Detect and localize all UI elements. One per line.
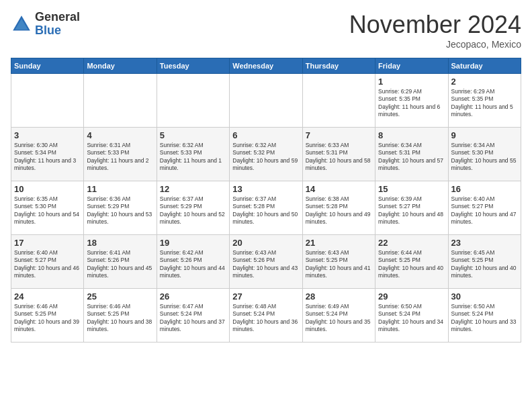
calendar-week-4: 17Sunrise: 6:40 AM Sunset: 5:27 PM Dayli… bbox=[11, 235, 521, 289]
calendar-cell: 7Sunrise: 6:33 AM Sunset: 5:31 PM Daylig… bbox=[302, 128, 375, 181]
day-info: Sunrise: 6:45 AM Sunset: 5:25 PM Dayligh… bbox=[451, 249, 518, 280]
location: Jecopaco, Mexico bbox=[349, 39, 521, 50]
day-info: Sunrise: 6:36 AM Sunset: 5:29 PM Dayligh… bbox=[87, 195, 153, 226]
day-number: 21 bbox=[306, 238, 372, 248]
calendar-cell: 9Sunrise: 6:34 AM Sunset: 5:30 PM Daylig… bbox=[448, 128, 521, 181]
day-info: Sunrise: 6:29 AM Sunset: 5:35 PM Dayligh… bbox=[378, 88, 445, 119]
day-info: Sunrise: 6:40 AM Sunset: 5:27 PM Dayligh… bbox=[14, 249, 81, 280]
day-number: 29 bbox=[378, 291, 445, 302]
calendar-cell: 19Sunrise: 6:42 AM Sunset: 5:26 PM Dayli… bbox=[157, 235, 229, 289]
day-number: 7 bbox=[306, 130, 372, 140]
calendar-cell bbox=[302, 74, 375, 128]
calendar-header-row: SundayMondayTuesdayWednesdayThursdayFrid… bbox=[11, 58, 521, 74]
day-number: 11 bbox=[87, 184, 153, 194]
day-number: 5 bbox=[160, 130, 226, 140]
day-info: Sunrise: 6:50 AM Sunset: 5:24 PM Dayligh… bbox=[451, 303, 518, 334]
day-number: 2 bbox=[451, 77, 518, 87]
calendar-cell: 21Sunrise: 6:43 AM Sunset: 5:25 PM Dayli… bbox=[302, 235, 375, 289]
calendar-cell: 6Sunrise: 6:32 AM Sunset: 5:32 PM Daylig… bbox=[230, 128, 302, 181]
day-info: Sunrise: 6:48 AM Sunset: 5:24 PM Dayligh… bbox=[232, 303, 299, 334]
day-info: Sunrise: 6:46 AM Sunset: 5:25 PM Dayligh… bbox=[87, 303, 153, 334]
header-friday: Friday bbox=[375, 58, 448, 74]
page-header: General Blue November 2024 Jecopaco, Mex… bbox=[11, 11, 521, 50]
day-number: 27 bbox=[232, 291, 299, 302]
header-sunday: Sunday bbox=[11, 58, 84, 74]
day-info: Sunrise: 6:42 AM Sunset: 5:26 PM Dayligh… bbox=[160, 249, 226, 280]
day-info: Sunrise: 6:35 AM Sunset: 5:30 PM Dayligh… bbox=[14, 195, 81, 226]
day-number: 14 bbox=[306, 184, 372, 194]
day-info: Sunrise: 6:44 AM Sunset: 5:25 PM Dayligh… bbox=[378, 249, 445, 280]
calendar-cell bbox=[11, 74, 84, 128]
calendar-cell: 13Sunrise: 6:37 AM Sunset: 5:28 PM Dayli… bbox=[230, 181, 302, 235]
calendar-cell: 18Sunrise: 6:41 AM Sunset: 5:26 PM Dayli… bbox=[84, 235, 157, 289]
calendar-cell: 26Sunrise: 6:47 AM Sunset: 5:24 PM Dayli… bbox=[157, 289, 229, 342]
day-number: 1 bbox=[378, 77, 445, 87]
calendar-cell bbox=[84, 74, 157, 128]
header-wednesday: Wednesday bbox=[230, 58, 302, 74]
calendar-cell: 2Sunrise: 6:29 AM Sunset: 5:35 PM Daylig… bbox=[448, 74, 521, 128]
day-number: 16 bbox=[451, 184, 518, 194]
calendar-cell: 11Sunrise: 6:36 AM Sunset: 5:29 PM Dayli… bbox=[84, 181, 157, 235]
logo-text: General Blue bbox=[35, 11, 80, 38]
day-info: Sunrise: 6:41 AM Sunset: 5:26 PM Dayligh… bbox=[87, 249, 153, 280]
day-info: Sunrise: 6:47 AM Sunset: 5:24 PM Dayligh… bbox=[160, 303, 226, 334]
title-block: November 2024 Jecopaco, Mexico bbox=[349, 11, 521, 50]
day-number: 15 bbox=[378, 184, 445, 194]
day-info: Sunrise: 6:49 AM Sunset: 5:24 PM Dayligh… bbox=[306, 303, 372, 334]
day-number: 23 bbox=[451, 238, 518, 248]
day-number: 30 bbox=[451, 291, 518, 302]
calendar-cell: 10Sunrise: 6:35 AM Sunset: 5:30 PM Dayli… bbox=[11, 181, 84, 235]
day-number: 25 bbox=[87, 291, 153, 302]
day-info: Sunrise: 6:30 AM Sunset: 5:34 PM Dayligh… bbox=[14, 142, 81, 173]
calendar-cell: 1Sunrise: 6:29 AM Sunset: 5:35 PM Daylig… bbox=[375, 74, 448, 128]
logo-general: General bbox=[35, 11, 80, 24]
day-info: Sunrise: 6:37 AM Sunset: 5:28 PM Dayligh… bbox=[232, 195, 299, 226]
calendar-cell bbox=[230, 74, 302, 128]
day-info: Sunrise: 6:34 AM Sunset: 5:31 PM Dayligh… bbox=[378, 142, 445, 173]
day-number: 12 bbox=[160, 184, 226, 194]
day-info: Sunrise: 6:34 AM Sunset: 5:30 PM Dayligh… bbox=[451, 142, 518, 173]
calendar-week-2: 3Sunrise: 6:30 AM Sunset: 5:34 PM Daylig… bbox=[11, 128, 521, 181]
calendar-cell: 17Sunrise: 6:40 AM Sunset: 5:27 PM Dayli… bbox=[11, 235, 84, 289]
calendar-cell: 3Sunrise: 6:30 AM Sunset: 5:34 PM Daylig… bbox=[11, 128, 84, 181]
calendar-cell: 16Sunrise: 6:40 AM Sunset: 5:27 PM Dayli… bbox=[448, 181, 521, 235]
calendar-cell: 25Sunrise: 6:46 AM Sunset: 5:25 PM Dayli… bbox=[84, 289, 157, 342]
calendar-table: SundayMondayTuesdayWednesdayThursdayFrid… bbox=[11, 58, 521, 342]
day-info: Sunrise: 6:43 AM Sunset: 5:25 PM Dayligh… bbox=[306, 249, 372, 280]
day-info: Sunrise: 6:43 AM Sunset: 5:26 PM Dayligh… bbox=[232, 249, 299, 280]
calendar-cell: 8Sunrise: 6:34 AM Sunset: 5:31 PM Daylig… bbox=[375, 128, 448, 181]
day-number: 10 bbox=[14, 184, 81, 194]
day-info: Sunrise: 6:39 AM Sunset: 5:27 PM Dayligh… bbox=[378, 195, 445, 226]
calendar-cell: 4Sunrise: 6:31 AM Sunset: 5:33 PM Daylig… bbox=[84, 128, 157, 181]
day-number: 6 bbox=[232, 130, 299, 140]
calendar-cell: 23Sunrise: 6:45 AM Sunset: 5:25 PM Dayli… bbox=[448, 235, 521, 289]
day-info: Sunrise: 6:32 AM Sunset: 5:32 PM Dayligh… bbox=[232, 142, 299, 173]
day-info: Sunrise: 6:29 AM Sunset: 5:35 PM Dayligh… bbox=[451, 88, 518, 119]
calendar-cell: 14Sunrise: 6:38 AM Sunset: 5:28 PM Dayli… bbox=[302, 181, 375, 235]
day-number: 3 bbox=[14, 130, 81, 140]
calendar-cell: 28Sunrise: 6:49 AM Sunset: 5:24 PM Dayli… bbox=[302, 289, 375, 342]
day-info: Sunrise: 6:33 AM Sunset: 5:31 PM Dayligh… bbox=[306, 142, 372, 173]
logo-blue: Blue bbox=[35, 24, 80, 38]
day-number: 20 bbox=[232, 238, 299, 248]
calendar-cell: 12Sunrise: 6:37 AM Sunset: 5:29 PM Dayli… bbox=[157, 181, 229, 235]
calendar-cell: 27Sunrise: 6:48 AM Sunset: 5:24 PM Dayli… bbox=[230, 289, 302, 342]
month-title: November 2024 bbox=[349, 11, 521, 39]
calendar-cell: 24Sunrise: 6:46 AM Sunset: 5:25 PM Dayli… bbox=[11, 289, 84, 342]
calendar-cell: 15Sunrise: 6:39 AM Sunset: 5:27 PM Dayli… bbox=[375, 181, 448, 235]
day-info: Sunrise: 6:40 AM Sunset: 5:27 PM Dayligh… bbox=[451, 195, 518, 226]
day-number: 13 bbox=[232, 184, 299, 194]
calendar-cell: 30Sunrise: 6:50 AM Sunset: 5:24 PM Dayli… bbox=[448, 289, 521, 342]
calendar-cell: 20Sunrise: 6:43 AM Sunset: 5:26 PM Dayli… bbox=[230, 235, 302, 289]
day-number: 22 bbox=[378, 238, 445, 248]
calendar-cell: 29Sunrise: 6:50 AM Sunset: 5:24 PM Dayli… bbox=[375, 289, 448, 342]
day-number: 17 bbox=[14, 238, 81, 248]
day-number: 9 bbox=[451, 130, 518, 140]
header-monday: Monday bbox=[84, 58, 157, 74]
logo: General Blue bbox=[11, 11, 80, 38]
day-number: 4 bbox=[87, 130, 153, 140]
day-number: 26 bbox=[160, 291, 226, 302]
header-tuesday: Tuesday bbox=[157, 58, 229, 74]
day-info: Sunrise: 6:37 AM Sunset: 5:29 PM Dayligh… bbox=[160, 195, 226, 226]
header-thursday: Thursday bbox=[302, 58, 375, 74]
